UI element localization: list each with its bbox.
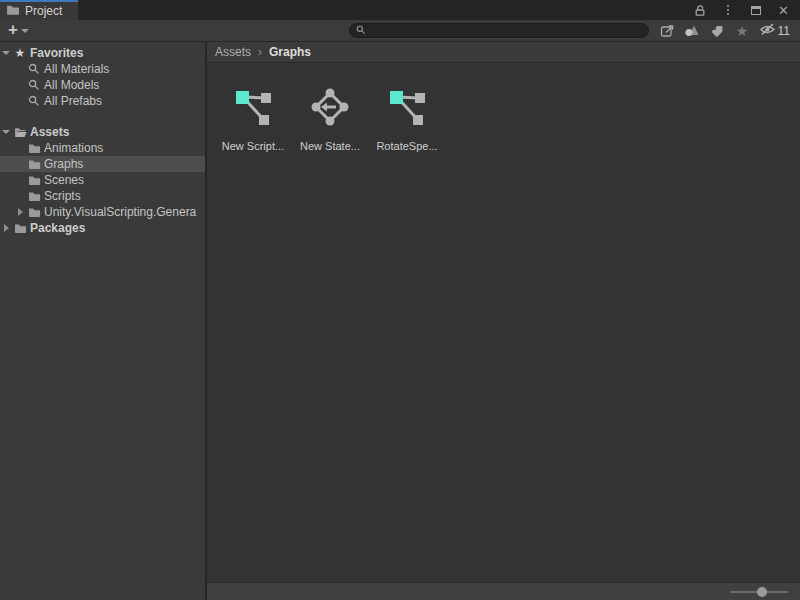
search-input[interactable]: [370, 25, 642, 37]
sidebar-item-scenes[interactable]: Scenes: [0, 172, 205, 188]
search-by-type-icon[interactable]: [680, 21, 705, 41]
favorites-star-icon[interactable]: ★: [730, 21, 755, 41]
search-box[interactable]: [349, 23, 649, 38]
asset-label: New Script...: [222, 140, 284, 152]
tree-section-gap: [0, 109, 205, 124]
asset-panel: Assets › Graphs New Script: [207, 42, 800, 600]
search-icon: [26, 95, 42, 107]
expander-icon[interactable]: [0, 130, 12, 134]
toolbar-icons: ★ 11: [655, 21, 794, 41]
window-controls: ✕: [693, 0, 800, 20]
tab-project[interactable]: Project: [0, 0, 78, 20]
breadcrumb-graphs[interactable]: Graphs: [269, 45, 311, 59]
sidebar-item-packages[interactable]: Packages: [0, 220, 205, 236]
expander-icon[interactable]: [0, 224, 12, 232]
sidebar-item-scripts[interactable]: Scripts: [0, 188, 205, 204]
sidebar-item-all-materials[interactable]: All Materials: [0, 61, 205, 77]
folder-icon: [26, 207, 42, 218]
asset-item-new-script[interactable]: New Script...: [215, 87, 291, 152]
search-icon: [356, 24, 366, 38]
asset-grid[interactable]: New Script... New: [207, 63, 800, 582]
folder-tree-sidebar: ★ Favorites All Materials All Models Al: [0, 42, 207, 600]
state-graph-icon: [310, 87, 350, 127]
script-graph-icon: [233, 87, 273, 127]
sidebar-item-all-prefabs[interactable]: All Prefabs: [0, 93, 205, 109]
expander-icon[interactable]: [0, 51, 12, 55]
label-tag-icon[interactable]: [705, 21, 730, 41]
slider-knob[interactable]: [757, 587, 767, 597]
sidebar-item-assets[interactable]: Assets: [0, 124, 205, 140]
folder-icon: [6, 4, 20, 19]
sidebar-item-graphs[interactable]: Graphs: [0, 156, 205, 172]
folder-icon: [26, 191, 42, 202]
chevron-right-icon: ›: [258, 45, 262, 59]
asset-item-new-state[interactable]: New State...: [292, 87, 368, 152]
hidden-eye-icon: [759, 23, 776, 39]
kebab-menu-icon[interactable]: [721, 4, 734, 17]
sidebar-item-favorites[interactable]: ★ Favorites: [0, 45, 205, 61]
open-search-window-icon[interactable]: [655, 21, 680, 41]
sidebar-item-all-models[interactable]: All Models: [0, 77, 205, 93]
search-icon: [26, 63, 42, 75]
plus-icon: +: [8, 21, 18, 38]
asset-label: New State...: [300, 140, 360, 152]
project-body: ★ Favorites All Materials All Models Al: [0, 42, 800, 600]
hidden-count-toggle[interactable]: 11: [755, 21, 794, 41]
breadcrumb-assets[interactable]: Assets: [215, 45, 251, 59]
folder-icon: [26, 175, 42, 186]
create-asset-button[interactable]: +: [6, 23, 31, 38]
folder-icon: [26, 159, 42, 170]
expander-icon[interactable]: [14, 208, 26, 216]
hidden-count-label: 11: [778, 24, 790, 38]
tab-strip: Project ✕: [0, 0, 800, 20]
unlock-icon[interactable]: [693, 4, 706, 17]
tab-title: Project: [25, 4, 62, 18]
sidebar-item-unity-visualscripting-generated[interactable]: Unity.VisualScripting.Genera: [0, 204, 205, 220]
search-icon: [26, 79, 42, 91]
close-icon[interactable]: ✕: [777, 4, 790, 17]
project-window: Project ✕ +: [0, 0, 800, 600]
script-graph-icon: [387, 87, 427, 127]
maximize-icon[interactable]: [749, 4, 762, 17]
thumbnail-zoom-slider[interactable]: [730, 591, 788, 593]
star-icon: ★: [12, 47, 28, 59]
asset-label: RotateSpe...: [376, 140, 437, 152]
folder-open-icon: [12, 127, 28, 138]
chevron-down-icon: [21, 29, 29, 33]
project-toolbar: + ★ 11: [0, 20, 800, 42]
asset-item-rotatespeed[interactable]: RotateSpe...: [369, 87, 445, 152]
status-bar: [207, 582, 800, 600]
sidebar-item-animations[interactable]: Animations: [0, 140, 205, 156]
folder-icon: [12, 223, 28, 234]
breadcrumb: Assets › Graphs: [207, 42, 800, 63]
folder-icon: [26, 143, 42, 154]
